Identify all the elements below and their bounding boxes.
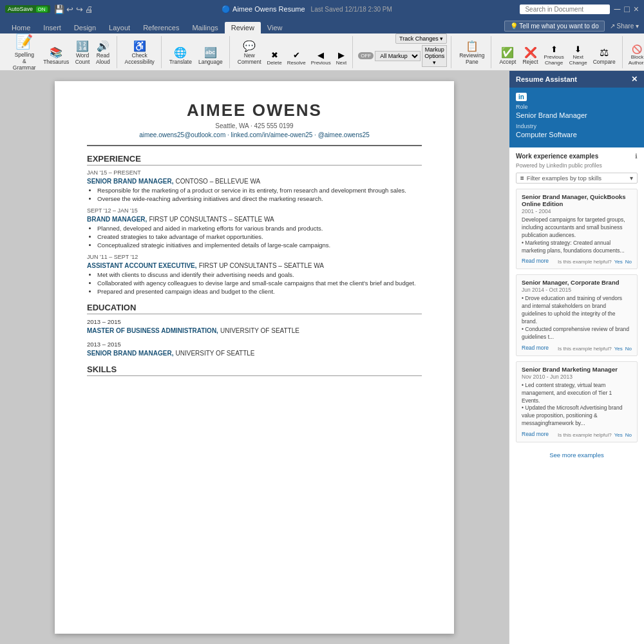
read-aloud-button[interactable]: 🔊 ReadAloud [93,39,112,67]
translate-icon: 🌐 [174,48,187,58]
reject-icon: ❌ [524,48,537,58]
share-button[interactable]: ↗ Share ▾ [610,23,639,30]
previous-change-button[interactable]: ⬆ PreviousChange [542,43,566,67]
example3-helpful-text: Is this example helpful? [558,432,612,438]
word-count-icon: 🔢 [76,41,89,52]
delete-comment-button[interactable]: ✖ Delete [265,49,284,67]
powered-by: Powered by LinkedIn public profiles [516,162,638,169]
example2-yes-button[interactable]: Yes [614,346,623,352]
filter-bar[interactable]: ≡ Filter examples by top skills ▾ [516,173,638,184]
job3-company: FIRST UP CONSULTANTS – SEATTLE WA [199,262,324,269]
job3-bullet-2: Collaborated with agency colleagues to d… [97,279,422,287]
job3-bullets: Met with clients to discuss and identify… [97,271,422,295]
check-accessibility-button[interactable]: ♿ CheckAccessibility [122,39,157,67]
translate-button[interactable]: 🌐 Translate [167,46,194,67]
spelling-grammar-button[interactable]: 📝 Spelling &Grammar [9,37,40,67]
resume-location: Seattle, WA · 425 555 0199 [87,122,422,129]
example2-no-button[interactable]: No [625,346,632,352]
tab-insert[interactable]: Insert [37,22,68,33]
new-comment-button[interactable]: 💬 NewComment [235,39,264,67]
example1-read-more[interactable]: Read more [522,258,549,264]
tab-references[interactable]: References [137,22,185,33]
markup-options-button[interactable]: Markup Options ▾ [422,45,447,67]
job2-title-company: BRAND MANAGER, FIRST UP CONSULTANTS – SE… [87,215,422,223]
previous-comment-button[interactable]: ◀ Previous [309,49,333,67]
industry-value: Computer Software [516,131,638,138]
see-more-button[interactable]: See more examples [516,448,638,462]
resolve-button[interactable]: ✔ Resolve [285,49,308,67]
saved-info: Last Saved 12/1/18 2:30 PM [311,6,392,13]
info-icon[interactable]: ℹ [635,153,638,160]
example3-read-more[interactable]: Read more [522,431,549,437]
resume-assistant-panel: Resume Assistant ✕ in Role Senior Brand … [509,71,644,644]
education-section-title: EDUCATION [87,303,422,314]
resolve-icon: ✔ [293,50,300,60]
example1-text: Developed campaigns for targeted groups,… [522,216,632,254]
job2-title: BRAND MANAGER, [87,216,147,223]
role-field: Role Senior Brand Manager [516,104,638,119]
ribbon-group-proofing: 📝 Spelling &Grammar 📚 Thesaurus 🔢 WordCo… [5,36,117,68]
example1-no-button[interactable]: No [625,259,632,265]
title-bar-right: ─ □ × [520,4,639,14]
example2-read-more[interactable]: Read more [522,345,549,351]
tab-design[interactable]: Design [68,22,102,33]
ribbon-group-comments: 💬 NewComment ✖ Delete ✔ Resolve ◀ Previo… [231,36,353,68]
track-off-toggle[interactable]: OFF [358,52,374,59]
work-exp-title: Work experience examples [516,153,598,160]
language-button[interactable]: 🔤 Language [196,46,225,67]
edu-entry-2: 2013 – 2015 SENIOR BRAND MANAGER, UNIVER… [87,341,422,357]
block-authors-button[interactable]: 🚫 BlockAuthors [628,43,644,67]
markup-select[interactable]: All Markup [375,51,421,61]
block-authors-icon: 🚫 [632,44,642,54]
title-bar: AutoSave ON 💾 ↩ ↪ 🖨 🔵 Aimee Owens Resume… [0,0,644,18]
example3-text: • Led content strategy, virtual team man… [522,382,632,428]
tab-home[interactable]: Home [5,22,37,33]
word-count-button[interactable]: 🔢 WordCount [73,39,92,67]
thesaurus-button[interactable]: 📚 Thesaurus [41,46,71,67]
tab-layout[interactable]: Layout [102,22,137,33]
linkedin-logo: in [516,93,527,101]
job3-bullet-3: Prepared and presented campaign ideas an… [97,288,422,295]
read-aloud-icon: 🔊 [97,41,109,52]
industry-field: Industry Computer Software [516,123,638,138]
prev-icon: ◀ [317,50,324,60]
next-change-button[interactable]: ⬇ NextChange [567,43,589,67]
tell-me-button[interactable]: 💡 Tell me what you want to do [504,21,605,32]
example3-no-button[interactable]: No [625,432,632,438]
job1-company: CONTOSO – BELLEVUE WA [176,178,261,185]
close-btn[interactable]: × [634,4,639,14]
example1-date: 2001 - 2004 [522,208,632,214]
ribbon-group-accessibility: ♿ CheckAccessibility [118,36,162,68]
job1-bullets: Responsible for the marketing of a produ… [97,187,422,202]
tab-view[interactable]: View [261,22,289,33]
minimize-btn[interactable]: ─ [614,4,620,14]
job3-title: ASSISTANT ACCOUNT EXECUTIVE, [87,262,197,269]
example3-yes-button[interactable]: Yes [614,432,623,438]
reviewing-pane-button[interactable]: 📋 ReviewingPane [457,39,487,67]
search-input[interactable] [520,5,610,14]
tab-review[interactable]: Review [225,22,261,33]
maximize-btn[interactable]: □ [624,4,629,14]
document: AIMEE OWENS Seattle, WA · 425 555 0199 a… [55,81,454,634]
edu1-school: UNIVERSITY OF SEATTLE [220,327,299,334]
next-icon: ▶ [338,50,345,60]
job2-bullet-2: Created strategies to take advantage of … [97,233,422,240]
track-changes-button[interactable]: Track Changes ▾ [395,33,447,44]
panel-close-button[interactable]: ✕ [631,75,638,84]
ribbon-group-reviewing: 📋 ReviewingPane [453,36,491,68]
reject-button[interactable]: ❌ Reject [520,46,540,67]
accept-button[interactable]: ✅ Accept [497,46,518,67]
job3-date: JUN '11 – SEPT '12 [87,254,422,260]
role-value: Senior Brand Manager [516,111,638,119]
job3-title-company: ASSISTANT ACCOUNT EXECUTIVE, FIRST UP CO… [87,261,422,269]
example1-yes-button[interactable]: Yes [614,259,623,265]
compare-button[interactable]: ⚖ Compare [591,46,618,67]
main-area: AIMEE OWENS Seattle, WA · 425 555 0199 a… [0,71,644,644]
tab-mailings[interactable]: Mailings [185,22,224,33]
example2-helpful-row: Is this example helpful? Yes No [558,346,632,352]
next-comment-button[interactable]: ▶ Next [334,49,348,67]
job2-bullet-3: Conceptualized strategic initiatives and… [97,242,422,249]
filter-arrow-icon: ▾ [630,175,633,182]
industry-label: Industry [516,123,638,129]
resume-name: AIMEE OWENS [87,100,422,120]
